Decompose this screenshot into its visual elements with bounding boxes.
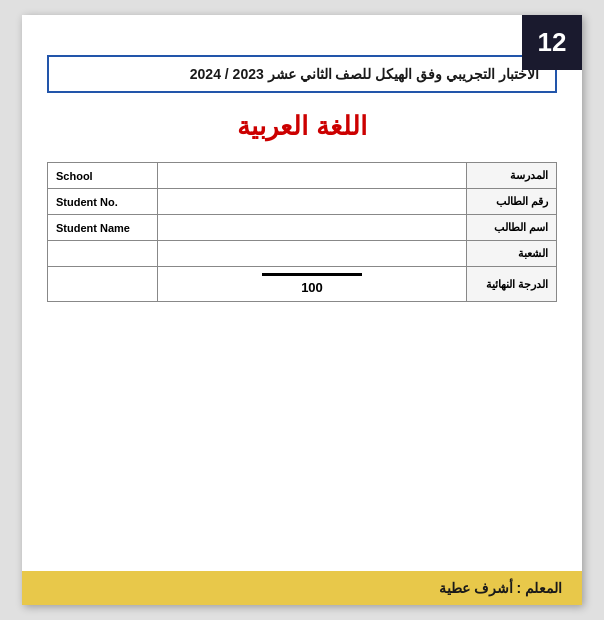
table-row: المدرسة School: [48, 163, 557, 189]
info-table: المدرسة School رقم الطالب Student No. اس…: [47, 162, 557, 302]
badge-number: 12: [538, 27, 567, 58]
page-title: اللغة العربية: [47, 111, 557, 142]
score-line: [262, 273, 362, 276]
score-cell: 100: [158, 267, 467, 302]
header-box: الاختبار التجريبي وفق الهيكل للصف الثاني…: [47, 55, 557, 93]
table-row: رقم الطالب Student No.: [48, 189, 557, 215]
arabic-label-school: المدرسة: [467, 163, 557, 189]
corner-badge: 12: [522, 15, 582, 70]
value-cell-class: [158, 241, 467, 267]
score-number: 100: [166, 280, 458, 295]
english-label-score: [48, 267, 158, 302]
arabic-label-student-name: اسم الطالب: [467, 215, 557, 241]
english-label-student-no: Student No.: [48, 189, 158, 215]
value-cell-student-no: [158, 189, 467, 215]
table-row: الشعبة: [48, 241, 557, 267]
english-label-school: School: [48, 163, 158, 189]
header-text: الاختبار التجريبي وفق الهيكل للصف الثاني…: [190, 66, 539, 82]
arabic-label-student-no: رقم الطالب: [467, 189, 557, 215]
english-label-student-name: Student Name: [48, 215, 158, 241]
footer-bar: المعلم : أشرف عطية: [22, 571, 582, 605]
table-row: اسم الطالب Student Name: [48, 215, 557, 241]
content-area: الاختبار التجريبي وفق الهيكل للصف الثاني…: [22, 25, 582, 337]
arabic-label-class: الشعبة: [467, 241, 557, 267]
arabic-label-score: الدرجة النهائية: [467, 267, 557, 302]
value-cell-school: [158, 163, 467, 189]
value-cell-student-name: [158, 215, 467, 241]
table-row-score: الدرجة النهائية 100: [48, 267, 557, 302]
footer-text: المعلم : أشرف عطية: [439, 580, 562, 596]
page: 12 الاختبار التجريبي وفق الهيكل للصف الث…: [22, 15, 582, 605]
english-label-class: [48, 241, 158, 267]
